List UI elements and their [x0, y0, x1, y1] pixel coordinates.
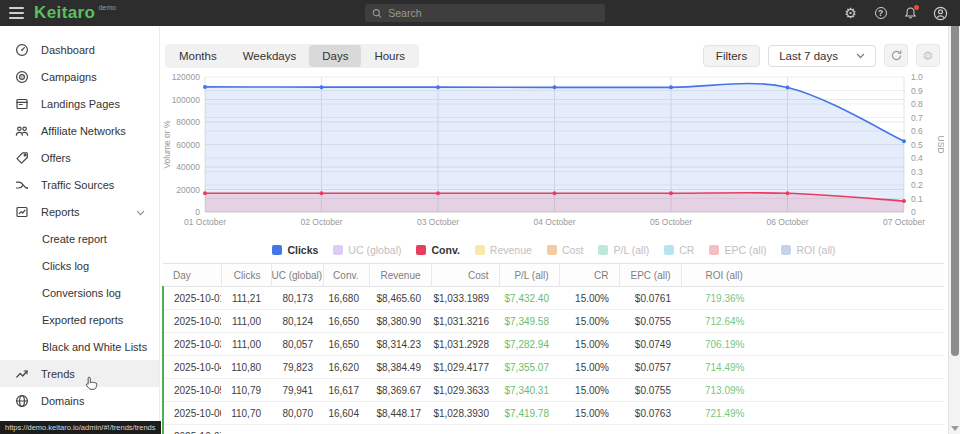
table-cell: $0.0749 [619, 333, 681, 356]
sidebar-item-dashboard[interactable]: Dashboard [0, 36, 159, 63]
table-cell [431, 425, 499, 434]
legend-item-roi-all-[interactable]: ROI (all) [781, 244, 835, 256]
column-header-p-l-all-[interactable]: P/L (all) [499, 264, 559, 287]
table-cell: 15.00% [559, 379, 619, 402]
scrollbar-thumb[interactable] [951, 26, 959, 356]
filters-button[interactable]: Filters [703, 45, 760, 67]
svg-text:120000: 120000 [172, 72, 201, 82]
table-cell: $8,380.90 [369, 310, 431, 333]
vertical-scrollbar[interactable] [948, 26, 960, 434]
table-cell: 2025-10-06 [163, 402, 221, 425]
tab-weekdays[interactable]: Weekdays [230, 45, 309, 67]
column-header-epc-all-[interactable]: EPC (all) [619, 264, 681, 287]
table-cell: 111,00 [221, 310, 271, 333]
column-header-revenue[interactable]: Revenue [369, 264, 431, 287]
table-cell: $1,029.3633 [431, 379, 499, 402]
legend-item-clicks[interactable]: Clicks [272, 244, 318, 256]
column-header-conv-[interactable]: Conv. [323, 264, 369, 287]
column-header-day[interactable]: Day [163, 264, 221, 287]
profile-icon[interactable] [933, 6, 948, 21]
table-cell: $8,465.60 [369, 287, 431, 310]
sidebar-item-reports[interactable]: Reports [0, 198, 159, 225]
svg-text:0.8: 0.8 [911, 99, 923, 109]
table-cell: 16,617 [323, 379, 369, 402]
notifications-bell-icon[interactable] [903, 6, 918, 21]
table-row: 2025-10-01111,2180,17316,680$8,465.60$1,… [163, 287, 944, 310]
sidebar-item-label: Trends [41, 368, 75, 380]
sidebar-item-domains[interactable]: Domains [0, 387, 159, 414]
sidebar-item-landings-pages[interactable]: Landings Pages [0, 90, 159, 117]
table-cell [681, 425, 944, 434]
period-tabs: MonthsWeekdaysDaysHours [165, 44, 419, 68]
svg-text:0.7: 0.7 [911, 113, 923, 123]
legend-item-p-l-all-[interactable]: P/L (all) [598, 244, 649, 256]
column-header-cost[interactable]: Cost [431, 264, 499, 287]
search-input[interactable] [388, 7, 598, 19]
column-header-uc-global-[interactable]: UC (global) [271, 264, 323, 287]
tab-months[interactable]: Months [166, 45, 230, 67]
sidebar-item-campaigns[interactable]: Campaigns [0, 63, 159, 90]
chart-settings-button[interactable]: ⚙ [916, 44, 940, 67]
svg-text:USD: USD [936, 136, 944, 154]
scrollbar-down-arrow[interactable] [951, 426, 959, 431]
legend-item-epc-all-[interactable]: EPC (all) [709, 244, 766, 256]
table-cell [271, 425, 323, 434]
sidebar-item-label: Traffic Sources [41, 179, 114, 191]
sidebar-item-affiliate-networks[interactable]: Affiliate Networks [0, 117, 159, 144]
table-cell: 2025-10-07 [163, 425, 221, 434]
sidebar-item-conversions-log[interactable]: Conversions log [0, 279, 159, 306]
table-cell: 16,650 [323, 310, 369, 333]
table-cell: 110,70 [221, 402, 271, 425]
settings-gear-icon[interactable]: ⚙ [843, 6, 858, 21]
table-cell: 16,604 [323, 402, 369, 425]
sidebar-item-label: Domains [41, 395, 84, 407]
legend-label: Clicks [287, 244, 318, 256]
table-cell: 80,057 [271, 333, 323, 356]
sidebar-item-offers[interactable]: Offers [0, 144, 159, 171]
svg-text:05 October: 05 October [650, 217, 692, 227]
sidebar-item-label: Black and White Lists [42, 341, 147, 353]
sidebar-item-trends[interactable]: Trends [0, 360, 159, 387]
campaigns-icon [15, 70, 29, 84]
sidebar-item-exported-reports[interactable]: Exported reports [0, 306, 159, 333]
topbar: Keitaro demo ⚙ ? [0, 0, 960, 26]
table-cell: 111,00 [221, 333, 271, 356]
legend-item-cost[interactable]: Cost [547, 244, 584, 256]
table-cell: 110,80 [221, 356, 271, 379]
legend-item-revenue[interactable]: Revenue [475, 244, 532, 256]
legend-item-conv-[interactable]: Conv. [416, 244, 459, 256]
svg-text:0.9: 0.9 [911, 86, 923, 96]
sidebar-item-traffic-sources[interactable]: Traffic Sources [0, 171, 159, 198]
column-header-clicks[interactable]: Clicks [221, 264, 271, 287]
app-root: Keitaro demo ⚙ ? DashboardCampaignsLandi… [0, 0, 960, 434]
sidebar-item-label: Create report [42, 233, 107, 245]
legend-label: EPC (all) [724, 244, 766, 256]
svg-text:0.6: 0.6 [911, 126, 923, 136]
sidebar-item-clicks-log[interactable]: Clicks log [0, 252, 159, 279]
svg-text:0.2: 0.2 [911, 180, 923, 190]
traffic-sources-icon [15, 178, 29, 192]
column-header-roi-all-[interactable]: ROI (all) [681, 264, 944, 287]
svg-text:06 October: 06 October [766, 217, 808, 227]
date-range-select[interactable]: Last 7 days [768, 45, 876, 67]
tab-days[interactable]: Days [309, 45, 361, 67]
table-cell: 111,21 [221, 287, 271, 310]
table-row: 2025-10-04110,8079,82316,620$8,384.49$1,… [163, 356, 944, 379]
keitaro-logo[interactable]: Keitaro [34, 3, 95, 23]
tab-hours[interactable]: Hours [361, 45, 418, 67]
refresh-button[interactable] [884, 44, 908, 67]
svg-text:03 October: 03 October [417, 217, 459, 227]
legend-item-uc-global-[interactable]: UC (global) [333, 244, 401, 256]
legend-item-cr[interactable]: CR [664, 244, 694, 256]
search-box[interactable] [365, 4, 605, 22]
table-cell: $7,355.07 [499, 356, 559, 379]
sidebar-item-black-and-white-lists[interactable]: Black and White Lists [0, 333, 159, 360]
table-cell: $0.0755 [619, 310, 681, 333]
legend-swatch [598, 245, 608, 255]
table-cell: 713.09% [681, 379, 944, 402]
table-cell: 15.00% [559, 402, 619, 425]
column-header-cr[interactable]: CR [559, 264, 619, 287]
sidebar-item-create-report[interactable]: Create report [0, 225, 159, 252]
help-icon[interactable]: ? [873, 6, 888, 21]
menu-icon[interactable] [0, 0, 30, 26]
